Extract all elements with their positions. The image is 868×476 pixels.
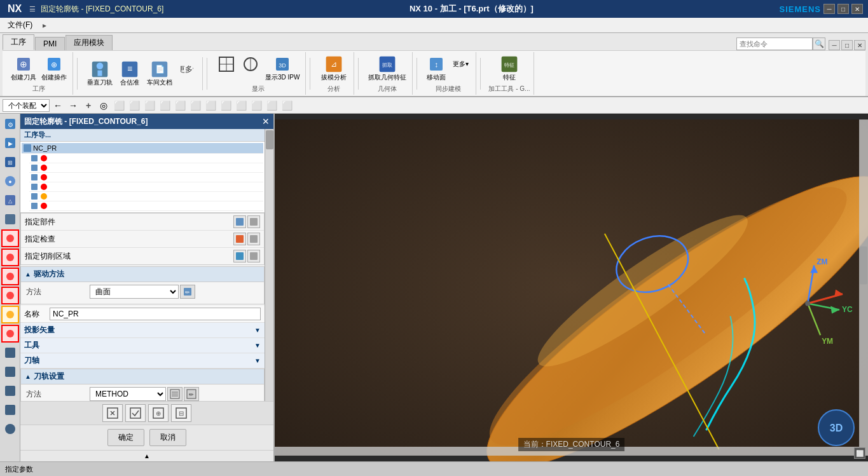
sidebar-icon-11[interactable] bbox=[1, 306, 19, 323]
ribbon-btn-more-sync[interactable]: 更多▾ bbox=[449, 53, 472, 84]
search-input[interactable] bbox=[736, 37, 813, 50]
ribbon-min-btn[interactable]: ─ bbox=[829, 40, 840, 50]
minimize-button[interactable]: ─ bbox=[823, 4, 835, 14]
menu-item-file[interactable]: 文件(F) bbox=[3, 18, 38, 32]
sidebar-icon-17[interactable] bbox=[1, 420, 19, 438]
nc-item-5[interactable] bbox=[29, 192, 263, 201]
toolbar2-b9[interactable]: ⬜ bbox=[234, 99, 248, 112]
tab-yingyong[interactable]: 应用模块 bbox=[65, 35, 113, 50]
zhiding-bujian-btn1[interactable] bbox=[233, 215, 246, 228]
toolpath-method-select[interactable]: METHOD bbox=[90, 387, 166, 401]
ribbon-btn-chuangjian-cao[interactable]: ⊕ 创建操作 bbox=[39, 53, 69, 84]
svg-rect-54 bbox=[31, 193, 38, 200]
toolbar2-b3[interactable]: ⬜ bbox=[142, 99, 156, 112]
ribbon-btn-more1[interactable]: 更多▾ bbox=[176, 58, 198, 89]
sidebar-icon-3[interactable]: ⊞ bbox=[1, 153, 19, 171]
sidebar-icon-9[interactable] bbox=[1, 268, 19, 285]
tab-pmi[interactable]: PMI bbox=[35, 37, 65, 50]
assembly-select[interactable]: 个个装配 bbox=[3, 99, 50, 112]
nc-item-6[interactable] bbox=[29, 201, 263, 211]
ribbon-btn-yidong[interactable]: ↕ 移动面 bbox=[425, 53, 448, 84]
ribbon-restore-btn[interactable]: □ bbox=[841, 40, 853, 50]
sidebar-icon-10[interactable] bbox=[1, 287, 19, 304]
bottom-tool-btn-3[interactable]: ⊕ bbox=[148, 404, 169, 422]
section-toolpath-header[interactable]: ▲ 刀轨设置 bbox=[21, 369, 264, 384]
ribbon-btn-tezheng[interactable]: 特征 特征 bbox=[493, 53, 525, 84]
sidebar-icon-6[interactable] bbox=[1, 210, 19, 228]
cancel-button[interactable]: 取消 bbox=[149, 429, 186, 446]
nc-item-2[interactable] bbox=[29, 163, 263, 173]
dialog-scrollbar[interactable] bbox=[265, 129, 273, 401]
app-title: NX 10 - 加工 - [T6.prt（修改的）] bbox=[410, 3, 534, 15]
sidebar-icon-8[interactable] bbox=[1, 248, 19, 266]
toolpath-method-icon2[interactable]: ✏ bbox=[184, 387, 199, 401]
zhiding-bujian-btn2[interactable] bbox=[247, 215, 260, 228]
restore-button[interactable]: □ bbox=[837, 4, 849, 14]
sidebar-icon-7[interactable] bbox=[1, 229, 19, 247]
toolbar2-b5[interactable]: ⬜ bbox=[173, 99, 187, 112]
ribbon-btn-geometry[interactable]: 抓取 抓取几何特征 bbox=[366, 53, 408, 84]
toolbar2-forward-btn[interactable]: → bbox=[66, 99, 80, 112]
sidebar-icon-2[interactable]: ▶ bbox=[1, 134, 19, 152]
close-main-button[interactable]: ✕ bbox=[851, 4, 863, 14]
ribbon-btn-chuangjian-daoju[interactable]: ⊕ 创建刀具 bbox=[9, 53, 38, 84]
search-button[interactable]: 🔍 bbox=[813, 37, 825, 50]
ribbon-btn-d2[interactable] bbox=[239, 53, 262, 84]
ribbon-btn-display3d[interactable]: 3D 显示3D IPW bbox=[263, 53, 301, 84]
nc-item-3[interactable] bbox=[29, 173, 263, 182]
toolbar2-b11[interactable]: ⬜ bbox=[265, 99, 279, 112]
toolbar2-b2[interactable]: ⬜ bbox=[127, 99, 141, 112]
viewport-corner-btn[interactable]: ⬜ bbox=[854, 447, 865, 459]
toolbar2-plus-btn[interactable]: + bbox=[81, 99, 95, 112]
drive-method-edit-btn[interactable]: ✏ bbox=[180, 285, 195, 299]
section-drive-header[interactable]: ▲ 驱动方法 bbox=[21, 267, 264, 282]
section-axis[interactable]: 刀轴 ▼ bbox=[20, 353, 265, 369]
ribbon-group-btns-tools: 垂直刀轨 ≡ 合估准 📄 车间文档 更多▾ bbox=[85, 58, 198, 89]
cao-icon: ⊕ bbox=[45, 55, 63, 73]
section-projection[interactable]: 投影矢量 ▼ bbox=[20, 323, 265, 338]
sidebar-icon-16[interactable] bbox=[1, 401, 19, 419]
ribbon-btn-bamo[interactable]: ⊿ 拔模分析 bbox=[318, 53, 350, 84]
toolbar2-b4[interactable]: ⬜ bbox=[158, 99, 172, 112]
ribbon-btn-chuizhi[interactable]: 垂直刀轨 bbox=[85, 58, 114, 89]
toolbar2-target-btn[interactable]: ◎ bbox=[97, 99, 111, 112]
sidebar-icon-5[interactable]: △ bbox=[1, 191, 19, 209]
toolpath-method-icon1[interactable] bbox=[167, 387, 183, 401]
zhiding-qiexiao-btn1[interactable] bbox=[233, 250, 246, 262]
toolbar2-b7[interactable]: ⬜ bbox=[203, 99, 217, 112]
toolbar2-b1[interactable]: ⬜ bbox=[112, 99, 126, 112]
sidebar-icon-15[interactable] bbox=[1, 382, 19, 400]
bottom-tool-btn-2[interactable] bbox=[125, 404, 146, 422]
sidebar-icon-13[interactable] bbox=[1, 344, 19, 362]
drive-method-select[interactable]: 曲面 bbox=[90, 285, 179, 299]
section-tool[interactable]: 工具 ▼ bbox=[20, 338, 265, 353]
zhiding-jiancha-btn1[interactable] bbox=[233, 233, 246, 245]
toolbar2-b12[interactable]: ⬜ bbox=[280, 99, 294, 112]
tab-gongxu[interactable]: 工序 bbox=[3, 34, 34, 50]
svg-text:特征: 特征 bbox=[504, 62, 514, 68]
bottom-tool-btn-4[interactable]: ⊟ bbox=[171, 404, 191, 422]
toolbar2-b6[interactable]: ⬜ bbox=[188, 99, 202, 112]
ribbon-btn-jianjian[interactable]: 📄 车间文档 bbox=[145, 58, 174, 89]
toolbar2-b10[interactable]: ⬜ bbox=[249, 99, 263, 112]
name-input[interactable] bbox=[50, 308, 261, 320]
nc-item-1[interactable] bbox=[29, 154, 263, 163]
zhiding-jiancha-btn2[interactable] bbox=[247, 233, 260, 245]
ribbon-btn-guji[interactable]: ≡ 合估准 bbox=[116, 58, 144, 89]
dialog-close-icon[interactable]: ✕ bbox=[262, 116, 270, 126]
nc-item-4[interactable] bbox=[29, 182, 263, 192]
sidebar-icon-14[interactable] bbox=[1, 363, 19, 381]
scrollbar-thumb[interactable] bbox=[266, 130, 273, 149]
toolbar2-back-btn[interactable]: ← bbox=[51, 99, 65, 112]
bottom-tool-btn-1[interactable] bbox=[102, 404, 123, 422]
sidebar-icon-4[interactable]: ● bbox=[1, 172, 19, 190]
scroll-up-btn[interactable]: ▲ bbox=[139, 452, 155, 459]
ok-button[interactable]: 确定 bbox=[107, 429, 144, 446]
ribbon-close-btn[interactable]: ✕ bbox=[854, 40, 865, 50]
ribbon-btn-d1[interactable] bbox=[215, 53, 238, 84]
nc-item-root[interactable]: NC_PR bbox=[22, 143, 263, 154]
zhiding-qiexiao-btn2[interactable] bbox=[247, 250, 260, 262]
sidebar-icon-1[interactable]: ⚙ bbox=[1, 115, 19, 133]
toolbar2-b8[interactable]: ⬜ bbox=[219, 99, 233, 112]
sidebar-icon-12[interactable] bbox=[1, 325, 19, 343]
